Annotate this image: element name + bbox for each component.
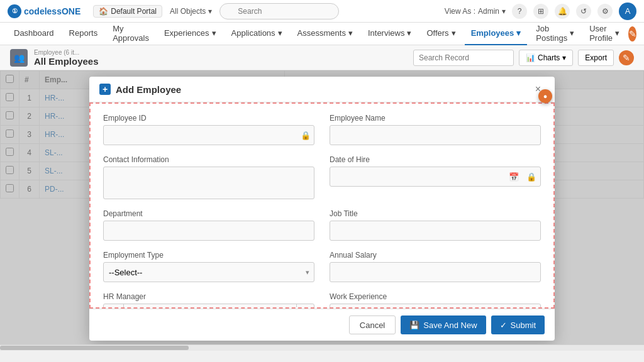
menu-item-employees[interactable]: Employees ▾ [465, 23, 528, 45]
chevron-down-icon[interactable]: ▾ [296, 304, 314, 309]
cancel-button[interactable]: Cancel [349, 315, 396, 334]
employment-type-select-wrap: --Select-- Full Time Part Time Contract … [103, 262, 314, 282]
add-employee-modal: + Add Employee × ● Employee ID 🔒 [89, 77, 555, 341]
lock-icon: 🔒 [523, 172, 540, 182]
annual-salary-input[interactable] [330, 262, 541, 282]
search-record-input[interactable] [413, 50, 514, 66]
contact-info-textarea[interactable] [103, 167, 314, 199]
work-experience-group: Work Experience [330, 292, 541, 309]
menu-item-applications[interactable]: Applications ▾ [225, 23, 289, 45]
search-input[interactable] [219, 3, 339, 19]
help-button[interactable]: ? [512, 4, 527, 19]
person-icon: 👤 [104, 304, 124, 309]
annual-salary-group: Annual Salary [330, 251, 541, 282]
app-logo: ① codelessONE [8, 4, 80, 18]
menu-item-offers[interactable]: Offers ▾ [420, 23, 462, 45]
job-title-input[interactable] [330, 221, 541, 241]
menu-label-dashboard: Dashboard [14, 28, 54, 38]
page-header-right: 📊 Charts ▾ Export ✎ [413, 50, 634, 66]
logo-icon: ① [8, 4, 21, 18]
nav-right: View As : Admin ▾ ? ⊞ 🔔 ↺ ⚙ A [445, 3, 636, 20]
menu-item-interviews[interactable]: Interviews ▾ [362, 23, 418, 45]
employee-id-group: Employee ID 🔒 [103, 114, 314, 145]
calendar-icon[interactable]: 📅 [505, 172, 523, 182]
all-objects-dropdown[interactable]: All Objects ▾ [170, 7, 212, 16]
chevron-down-icon: ▾ [562, 53, 566, 62]
annual-salary-label: Annual Salary [330, 251, 541, 260]
department-input[interactable] [103, 221, 314, 241]
submit-label: Submit [511, 321, 536, 330]
menu-item-userprofile[interactable]: User Profile ▾ [583, 23, 626, 45]
date-of-hire-group: Date of Hire 📅 🔒 [330, 155, 541, 199]
menu-label-employees: Employees [471, 28, 514, 38]
save-icon: 💾 [409, 321, 419, 330]
view-as-label: View As : Admin ▾ [445, 7, 506, 16]
page-edit-button[interactable]: ✎ [619, 50, 634, 65]
modal-title: Add Employee [116, 84, 526, 95]
add-icon: + [99, 84, 111, 95]
edit-mode-button[interactable]: ✎ [628, 26, 636, 41]
date-of-hire-input[interactable] [330, 172, 505, 182]
search-wrap: 🔍 [219, 3, 383, 19]
chevron-down-icon: ▾ [452, 28, 456, 38]
settings-button[interactable]: ⚙ [597, 4, 613, 19]
employee-name-label: Employee Name [330, 114, 541, 123]
charts-button[interactable]: 📊 Charts ▾ [519, 50, 573, 66]
form-grid: Employee ID 🔒 Employee Name Contact Inf [103, 114, 541, 309]
grid-menu-button[interactable]: ⊞ [533, 4, 548, 19]
job-title-group: Job Title [330, 209, 541, 241]
chevron-down-icon: ▾ [348, 28, 353, 38]
user-avatar[interactable]: A [619, 3, 636, 20]
menu-label-applications: Applications [231, 28, 275, 38]
bottom-scrollbar[interactable] [0, 344, 644, 351]
notifications-button[interactable]: 🔔 [555, 4, 570, 19]
top-nav-bar: ① codelessONE 🏠 Default Portal All Objec… [0, 0, 644, 23]
chevron-down-icon: ▾ [615, 28, 619, 38]
chevron-down-icon: ▾ [208, 7, 212, 16]
page-title-block: Employee (6 it... All Employees [34, 49, 99, 67]
menu-item-assessments[interactable]: Assessments ▾ [291, 23, 359, 45]
contact-info-label: Contact Information [103, 155, 314, 164]
department-label: Department [103, 209, 314, 218]
submit-button[interactable]: ✓ Submit [491, 315, 545, 334]
chevron-down-icon: ▾ [516, 28, 521, 38]
employee-name-input[interactable] [330, 125, 541, 145]
modal-overlay: + Add Employee × ● Employee ID 🔒 [0, 70, 644, 344]
menu-label-reports: Reports [69, 28, 98, 38]
portal-badge[interactable]: 🏠 Default Portal [93, 5, 162, 18]
modal-header: + Add Employee × [89, 77, 555, 102]
logo-text: codelessONE [24, 6, 80, 16]
menu-item-experiences[interactable]: Experiences ▾ [158, 23, 223, 45]
hr-manager-group: HR Manager 👤 ▾ [103, 292, 314, 309]
save-and-new-button[interactable]: 💾 Save And New [401, 315, 486, 334]
menu-item-jobpostings[interactable]: Job Postings ▾ [530, 23, 580, 45]
work-experience-input[interactable] [330, 304, 541, 309]
all-objects-label: All Objects [170, 7, 206, 16]
hr-manager-wrap: 👤 ▾ [103, 304, 314, 309]
menu-item-reports[interactable]: Reports [63, 23, 104, 45]
menu-label-approvals: My Approvals [113, 24, 149, 43]
menu-item-approvals[interactable]: My Approvals [106, 23, 155, 45]
page-subtitle: Employee (6 it... [34, 49, 99, 56]
employee-id-input[interactable] [103, 125, 314, 145]
chevron-down-icon: ▾ [212, 28, 216, 38]
date-of-hire-label: Date of Hire [330, 155, 541, 164]
check-icon: ✓ [500, 321, 507, 330]
page-title: All Employees [34, 56, 99, 67]
menu-label-assessments: Assessments [297, 28, 346, 38]
content-area: # Emp... Job Ti... 1 HR-... HR Int... ··… [0, 70, 644, 344]
history-button[interactable]: ↺ [576, 4, 591, 19]
work-experience-label: Work Experience [330, 292, 541, 301]
modal-body: Employee ID 🔒 Employee Name Contact Inf [89, 102, 555, 309]
view-as-role: Admin [478, 7, 499, 16]
charts-label: Charts [538, 53, 560, 62]
contact-info-group: Contact Information [103, 155, 314, 199]
menu-label-jobpostings: Job Postings [536, 24, 567, 43]
menu-item-dashboard[interactable]: Dashboard [8, 23, 60, 45]
employment-type-select[interactable]: --Select-- Full Time Part Time Contract [103, 262, 314, 282]
export-button[interactable]: Export [578, 50, 614, 66]
date-of-hire-wrap: 📅 🔒 [330, 167, 541, 187]
job-title-label: Job Title [330, 209, 541, 218]
bottom-scrollbar-thumb [0, 346, 189, 350]
page-header: 👥 Employee (6 it... All Employees 📊 Char… [0, 45, 644, 70]
